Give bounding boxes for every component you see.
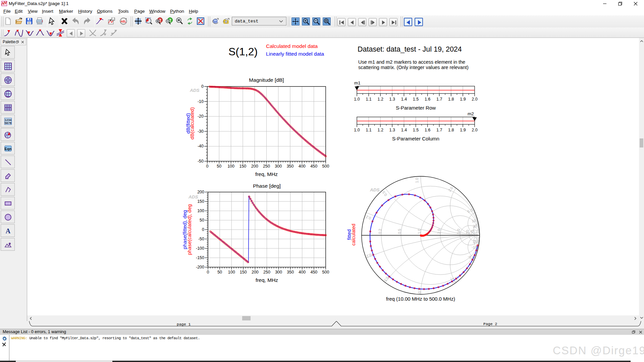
svg-text:ADS: ADS	[190, 88, 200, 93]
svg-text:0: 0	[206, 164, 209, 169]
svg-text:1.0: 1.0	[417, 229, 421, 234]
svg-text:20: 20	[471, 230, 475, 234]
svg-text:1.9: 1.9	[460, 128, 466, 132]
svg-text:50: 50	[217, 270, 222, 275]
svg-text:1.8: 1.8	[448, 97, 454, 102]
svg-text:-50: -50	[198, 237, 204, 241]
svg-text:200: 200	[197, 190, 204, 194]
svg-text:1.4: 1.4	[401, 97, 407, 102]
svg-text:Phase [deg]: Phase [deg]	[253, 183, 281, 189]
svg-text:-40: -40	[198, 144, 204, 148]
svg-text:1.0: 1.0	[354, 97, 360, 102]
svg-text:-150: -150	[196, 255, 204, 260]
svg-text:1.6: 1.6	[425, 128, 430, 132]
svg-text:m1: m1	[354, 80, 361, 85]
svg-text:1.4: 1.4	[401, 128, 407, 132]
svg-text:5.0: 5.0	[457, 229, 461, 234]
svg-text:250: 250	[263, 164, 270, 169]
svg-text:ADS: ADS	[188, 194, 198, 199]
svg-text:calculated: calculated	[351, 224, 356, 245]
svg-text:freq, MHz: freq, MHz	[255, 171, 278, 177]
svg-text:Linearly fitted model data: Linearly fitted model data	[266, 51, 324, 57]
svg-text:450: 450	[310, 270, 317, 275]
svg-text:ADS: ADS	[370, 187, 380, 192]
svg-text:1.9: 1.9	[460, 97, 466, 102]
svg-text:-10: -10	[198, 99, 204, 104]
svg-text:150: 150	[240, 270, 247, 275]
svg-text:400: 400	[299, 164, 306, 169]
svg-text:100: 100	[228, 270, 235, 275]
svg-text:S-Parameter Row: S-Parameter Row	[396, 105, 436, 111]
svg-text:freq (10.00 MHz to 500.0 MHz): freq (10.00 MHz to 500.0 MHz)	[386, 296, 455, 302]
svg-text:Dataset: data_test - Jul 19, 2: Dataset: data_test - Jul 19, 2024	[358, 45, 462, 53]
svg-text:10: 10	[466, 230, 470, 234]
svg-text:-20: -20	[472, 240, 478, 244]
svg-text:Magnitude [dB]: Magnitude [dB]	[249, 77, 284, 83]
svg-text:scattering matrix. (Only integ: scattering matrix. (Only integer values …	[358, 65, 469, 70]
svg-text:10: 10	[471, 219, 476, 223]
svg-text:Calculated model data: Calculated model data	[266, 43, 318, 49]
svg-text:0.5: 0.5	[397, 229, 401, 234]
svg-text:1.7: 1.7	[436, 97, 442, 102]
svg-text:S(1,2): S(1,2)	[228, 46, 258, 58]
svg-text:2.0: 2.0	[472, 128, 477, 132]
svg-text:1.3: 1.3	[389, 128, 395, 132]
svg-text:50: 50	[217, 164, 221, 169]
svg-text:1.7: 1.7	[436, 128, 442, 132]
svg-text:2.0: 2.0	[437, 229, 441, 234]
svg-text:-1.0: -1.0	[418, 287, 422, 293]
svg-text:150: 150	[197, 199, 204, 204]
svg-text:-100: -100	[196, 246, 204, 251]
svg-text:1.0: 1.0	[354, 128, 360, 132]
svg-text:0.2: 0.2	[365, 215, 372, 221]
svg-text:100: 100	[227, 164, 234, 169]
svg-text:m2: m2	[468, 111, 474, 116]
svg-text:1.1: 1.1	[366, 97, 371, 102]
svg-text:1.1: 1.1	[366, 128, 371, 132]
svg-text:freq, MHz: freq, MHz	[256, 277, 278, 283]
svg-text:500: 500	[322, 270, 329, 275]
svg-text:dB(calculated): dB(calculated)	[189, 107, 195, 139]
svg-text:1.2: 1.2	[378, 128, 383, 132]
svg-text:500: 500	[322, 164, 329, 169]
svg-text:1.3: 1.3	[389, 97, 395, 102]
svg-text:450: 450	[310, 164, 317, 169]
svg-text:250: 250	[263, 270, 270, 275]
svg-text:400: 400	[299, 270, 306, 275]
svg-text:-20: -20	[198, 114, 204, 119]
svg-text:-200: -200	[196, 265, 204, 269]
svg-text:-50: -50	[198, 159, 204, 164]
svg-text:0.2: 0.2	[378, 229, 382, 234]
svg-text:1.8: 1.8	[448, 128, 454, 132]
svg-text:0: 0	[201, 84, 204, 89]
svg-text:300: 300	[275, 164, 282, 169]
svg-text:5.0: 5.0	[467, 208, 473, 214]
svg-text:0: 0	[202, 227, 204, 232]
svg-text:-10: -10	[471, 245, 477, 250]
svg-text:150: 150	[239, 164, 246, 169]
svg-text:100: 100	[197, 208, 204, 213]
svg-text:350: 350	[287, 270, 294, 275]
svg-text:50: 50	[200, 218, 204, 223]
svg-text:1.2: 1.2	[378, 97, 383, 102]
svg-text:phase(calculated), deg: phase(calculated), deg	[186, 204, 192, 255]
svg-text:0.5: 0.5	[381, 190, 388, 197]
svg-text:1.0: 1.0	[415, 178, 419, 183]
svg-text:1.5: 1.5	[413, 97, 419, 102]
svg-text:300: 300	[275, 270, 282, 275]
svg-text:20: 20	[473, 224, 477, 228]
svg-text:-30: -30	[198, 129, 204, 134]
svg-text:200: 200	[251, 164, 258, 169]
svg-text:1.5: 1.5	[413, 128, 419, 132]
svg-text:Use m1 and m2 markers to acces: Use m1 and m2 markers to access element …	[358, 59, 465, 65]
svg-text:2.0: 2.0	[472, 97, 477, 102]
svg-text:200: 200	[252, 270, 259, 275]
svg-text:S-Parameter Column: S-Parameter Column	[392, 136, 439, 141]
svg-text:350: 350	[287, 164, 294, 169]
svg-text:0: 0	[207, 270, 209, 275]
svg-text:1.6: 1.6	[425, 97, 430, 102]
